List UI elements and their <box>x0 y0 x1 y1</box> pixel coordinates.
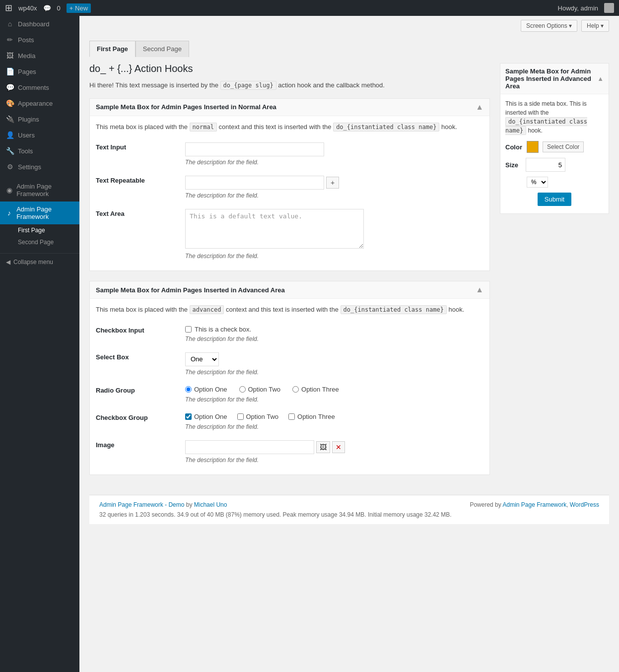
text-repeatable-row: Text Repeatable + The description for th… <box>96 171 483 204</box>
sidebar-item-posts[interactable]: ✏ Posts <box>0 32 79 48</box>
collapse-icon: ◀ <box>6 259 10 266</box>
color-label: Color <box>505 143 523 151</box>
select-color-button[interactable]: Select Color <box>543 141 584 152</box>
comments-icon: 💬 <box>6 83 14 91</box>
apf-demo-link[interactable]: Admin Page Framework - Demo <box>99 501 184 508</box>
admin-bar: ⊞ wp40x 💬 0 + New Howdy, admin <box>0 0 619 16</box>
avatar <box>604 3 614 13</box>
text-input-field[interactable] <box>185 142 324 156</box>
select-box-label: Select Box <box>96 353 129 361</box>
submit-button[interactable]: Submit <box>538 193 571 206</box>
sidebar-item-label: Admin Page Framework <box>16 205 73 220</box>
footer: Admin Page Framework - Demo by Michael U… <box>89 495 609 524</box>
sidebar-item-users[interactable]: 👤 Users <box>0 127 79 143</box>
advanced-form-table: Checkbox Input This is a check box. The … <box>96 321 483 469</box>
sidebar-item-label: Posts <box>18 36 34 44</box>
text-repeatable-field[interactable] <box>185 176 324 190</box>
sidebar-item-label: Plugins <box>18 116 39 123</box>
sidebar-item-media[interactable]: 🖼 Media <box>0 48 79 64</box>
sidebar-item-label: Users <box>18 132 35 139</box>
normal-hook-code: do_{instantiated class name} <box>333 123 439 132</box>
sidebar-item-apf2[interactable]: ♪ Admin Page Framework <box>0 202 79 224</box>
text-input-label: Text Input <box>96 143 126 151</box>
normal-metabox: Sample Meta Box for Admin Pages Inserted… <box>89 98 490 271</box>
normal-metabox-toggle[interactable]: ▲ <box>476 103 483 112</box>
site-name[interactable]: wp40x <box>18 4 37 12</box>
plugins-icon: 🔌 <box>6 115 14 123</box>
new-content-button[interactable]: + New <box>67 3 91 13</box>
select-box-row: Select Box One Two Three The description… <box>96 347 483 381</box>
text-area-field[interactable]: This is a default text value. <box>185 209 364 249</box>
color-swatch[interactable] <box>527 141 539 153</box>
normal-form-table: Text Input The description for the field… <box>96 137 483 265</box>
size-input-field[interactable]: 5 <box>526 158 565 172</box>
apf1-icon: ◉ <box>6 186 12 194</box>
pages-icon: 📄 <box>6 67 14 75</box>
page-title: do_ + {...} Action Hooks <box>89 63 490 74</box>
normal-metabox-header: Sample Meta Box for Admin Pages Inserted… <box>90 99 489 116</box>
image-input-wrap: 🖼 ✕ <box>185 440 483 454</box>
radio-option-one[interactable]: Option One <box>185 386 227 393</box>
sidebar-item-label: Appearance <box>18 100 53 107</box>
advanced-metabox-toggle[interactable]: ▲ <box>476 285 483 294</box>
color-field-row: Color Select Color <box>505 141 604 153</box>
size-unit-select[interactable]: % px <box>527 177 548 188</box>
checkbox-group-option-three[interactable]: Option Three <box>288 413 335 420</box>
tab-first-page[interactable]: First Page <box>89 41 136 57</box>
comment-icon: 💬 <box>43 4 51 12</box>
intro-code: do_{page slug} <box>220 81 276 90</box>
tab-second-page[interactable]: Second Page <box>136 41 189 57</box>
comment-count[interactable]: 0 <box>57 4 61 12</box>
page-tabs: First Page Second Page <box>89 41 609 57</box>
checkbox-group-option-one[interactable]: Option One <box>185 413 227 420</box>
collapse-menu-label: Collapse menu <box>13 259 53 266</box>
checkbox-group-option-two[interactable]: Option Two <box>237 413 279 420</box>
sidebar-item-comments[interactable]: 💬 Comments <box>0 79 79 95</box>
sidebar-item-plugins[interactable]: 🔌 Plugins <box>0 111 79 127</box>
sidebar-item-dashboard[interactable]: ⌂ Dashboard <box>0 16 79 32</box>
sidebar-item-label: Comments <box>18 84 49 91</box>
side-metabox-title: Sample Meta Box for Admin Pages Inserted… <box>505 67 597 90</box>
radio-group-label: Radio Group <box>96 387 135 394</box>
normal-metabox-title: Sample Meta Box for Admin Pages Inserted… <box>96 103 276 111</box>
howdy-text: Howdy, admin <box>558 4 598 12</box>
checkbox-input-field[interactable] <box>185 326 192 333</box>
sidebar-item-label: Tools <box>18 147 33 155</box>
sidebar-item-settings[interactable]: ⚙ Settings <box>0 159 79 175</box>
sidebar-item-appearance[interactable]: 🎨 Appearance <box>0 95 79 111</box>
sidebar-item-pages[interactable]: 📄 Pages <box>0 64 79 79</box>
checkbox-group-desc: The description for the field. <box>185 423 483 430</box>
sidebar-item-apf1[interactable]: ◉ Admin Page Framework <box>0 179 79 202</box>
image-select-button[interactable]: 🖼 <box>316 441 330 453</box>
radio-group-desc: The description for the field. <box>185 396 483 403</box>
text-repeatable-label: Text Repeatable <box>96 177 145 184</box>
submenu-first-page[interactable]: First Page <box>0 224 79 236</box>
side-metabox-toggle[interactable]: ▲ <box>597 75 604 82</box>
sidebar-item-tools[interactable]: 🔧 Tools <box>0 143 79 159</box>
screen-options-button[interactable]: Screen Options ▾ <box>521 20 577 32</box>
submenu-second-page[interactable]: Second Page <box>0 236 79 248</box>
checkbox-group-label: Checkbox Group <box>96 414 148 421</box>
image-clear-button[interactable]: ✕ <box>332 441 345 453</box>
wordpress-link[interactable]: WordPress <box>570 501 599 508</box>
image-url-field[interactable] <box>185 440 314 454</box>
appearance-icon: 🎨 <box>6 99 14 107</box>
checkbox-input-desc: The description for the field. <box>185 336 483 342</box>
size-field-row: Size 5 <box>505 158 604 172</box>
select-box-field[interactable]: One Two Three <box>185 352 219 366</box>
sidebar-item-label: Media <box>18 52 35 60</box>
advanced-hook-code: do_{instantiated class name} <box>341 305 447 314</box>
side-column: Sample Meta Box for Admin Pages Inserted… <box>500 63 609 214</box>
author-link[interactable]: Michael Uno <box>194 501 227 508</box>
radio-option-three[interactable]: Option Three <box>292 386 339 393</box>
apf-link[interactable]: Admin Page Framework <box>502 501 566 508</box>
advanced-metabox-header: Sample Meta Box for Admin Pages Inserted… <box>90 281 489 299</box>
radio-option-two[interactable]: Option Two <box>239 386 281 393</box>
help-button[interactable]: Help ▾ <box>581 20 609 32</box>
advanced-metabox-title: Sample Meta Box for Admin Pages Inserted… <box>96 286 285 294</box>
add-repeatable-button[interactable]: + <box>326 177 339 189</box>
radio-group-options: Option One Option Two <box>185 386 483 393</box>
checkbox-input-label-wrap[interactable]: This is a check box. <box>185 326 483 333</box>
text-input-desc: The description for the field. <box>185 159 483 166</box>
collapse-menu-button[interactable]: ◀ Collapse menu <box>0 253 79 270</box>
